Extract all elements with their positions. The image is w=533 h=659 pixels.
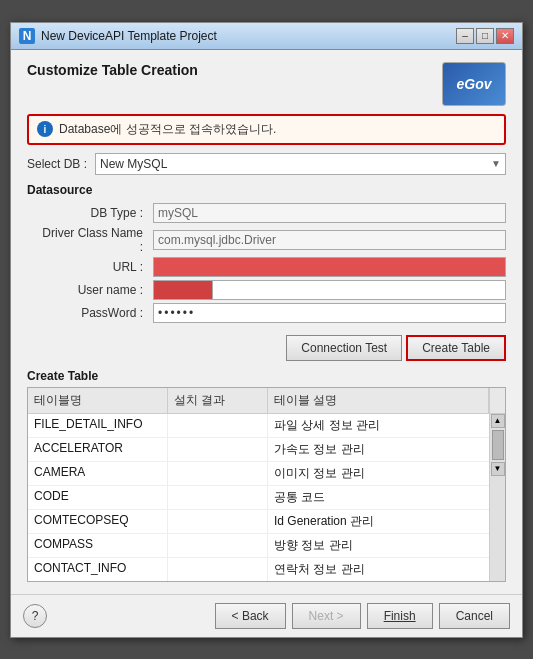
create-table-button[interactable]: Create Table — [406, 335, 506, 361]
select-db-dropdown[interactable]: New MySQL ▼ — [95, 153, 506, 175]
table-cell-desc: Id Generation 관리 — [268, 510, 489, 533]
scroll-up-button[interactable]: ▲ — [491, 414, 505, 428]
main-window: N New DeviceAPI Template Project – □ ✕ C… — [10, 22, 523, 638]
table-row[interactable]: CAMERA 이미지 정보 관리 — [28, 462, 489, 486]
window-icon: N — [19, 28, 35, 44]
table-cell-result — [168, 510, 268, 533]
table-cell-name: CONTACT_INFO — [28, 558, 168, 581]
table-cell-name: COMTECOPSEQ — [28, 510, 168, 533]
password-row — [153, 303, 506, 323]
datasource-section: Datasource DB Type : Driver Class Name :… — [27, 183, 506, 323]
content-area: Customize Table Creation eGov i Database… — [11, 50, 522, 594]
url-row — [153, 257, 506, 277]
table-cell-desc: 방향 정보 관리 — [268, 534, 489, 557]
table-row[interactable]: COMTECOPSEQ Id Generation 관리 — [28, 510, 489, 534]
select-db-label: Select DB : — [27, 157, 87, 171]
select-db-row: Select DB : New MySQL ▼ — [27, 153, 506, 175]
table-row[interactable]: ACCELERATOR 가속도 정보 관리 — [28, 438, 489, 462]
info-banner: i Database에 성공적으로 접속하였습니다. — [27, 114, 506, 145]
maximize-button[interactable]: □ — [476, 28, 494, 44]
create-table-section: Create Table 테이블명 설치 결과 테이블 설명 FILE_DETA… — [27, 369, 506, 582]
table-cell-name: FILE_DETAIL_INFO — [28, 414, 168, 437]
connection-test-button[interactable]: Connection Test — [286, 335, 402, 361]
finish-button[interactable]: Finish — [367, 603, 433, 629]
table-cell-result — [168, 486, 268, 509]
scroll-thumb[interactable] — [492, 430, 504, 460]
select-db-value: New MySQL — [100, 157, 167, 171]
table-cell-result — [168, 414, 268, 437]
driver-row — [153, 230, 506, 250]
header-row: Customize Table Creation eGov — [27, 62, 506, 106]
db-type-row — [153, 203, 506, 223]
table-cell-result — [168, 534, 268, 557]
page-title: Customize Table Creation — [27, 62, 198, 78]
cancel-button[interactable]: Cancel — [439, 603, 510, 629]
table-cell-result — [168, 438, 268, 461]
username-input[interactable] — [153, 280, 213, 300]
create-table-title: Create Table — [27, 369, 506, 383]
table-cell-result — [168, 462, 268, 485]
table-cell-name: CODE — [28, 486, 168, 509]
scroll-down-button[interactable]: ▼ — [491, 462, 505, 476]
password-label: PassWord : — [37, 306, 147, 320]
minimize-button[interactable]: – — [456, 28, 474, 44]
table-row[interactable]: CONTACT_INFO 연락처 정보 관리 — [28, 558, 489, 581]
chevron-down-icon: ▼ — [491, 158, 501, 169]
info-icon: i — [37, 121, 53, 137]
create-table-container: 테이블명 설치 결과 테이블 설명 FILE_DETAIL_INFO 파일 상세… — [27, 387, 506, 582]
title-buttons: – □ ✕ — [456, 28, 514, 44]
title-bar: N New DeviceAPI Template Project – □ ✕ — [11, 23, 522, 50]
table-cell-name: CAMERA — [28, 462, 168, 485]
window-title: New DeviceAPI Template Project — [41, 29, 450, 43]
url-input[interactable] — [153, 257, 506, 277]
password-input[interactable] — [153, 303, 506, 323]
col-header-name: 테이블명 — [28, 388, 168, 413]
datasource-label: Datasource — [27, 183, 506, 197]
datasource-form: DB Type : Driver Class Name : URL : User… — [37, 203, 506, 323]
table-rows: FILE_DETAIL_INFO 파일 상세 정보 관리 ACCELERATOR… — [28, 414, 489, 581]
back-button[interactable]: < Back — [215, 603, 286, 629]
url-label: URL : — [37, 260, 147, 274]
close-button[interactable]: ✕ — [496, 28, 514, 44]
footer: ? < Back Next > Finish Cancel — [11, 594, 522, 637]
table-header: 테이블명 설치 결과 테이블 설명 — [28, 388, 505, 414]
table-cell-desc: 연락처 정보 관리 — [268, 558, 489, 581]
info-message: Database에 성공적으로 접속하였습니다. — [59, 121, 276, 138]
username-label: User name : — [37, 283, 147, 297]
driver-label: Driver Class Name : — [37, 226, 147, 254]
col-header-result: 설치 결과 — [168, 388, 268, 413]
col-header-desc: 테이블 설명 — [268, 388, 489, 413]
table-cell-desc: 파일 상세 정보 관리 — [268, 414, 489, 437]
next-button[interactable]: Next > — [292, 603, 361, 629]
db-type-input[interactable] — [153, 203, 506, 223]
table-cell-name: COMPASS — [28, 534, 168, 557]
table-row[interactable]: COMPASS 방향 정보 관리 — [28, 534, 489, 558]
table-cell-result — [168, 558, 268, 581]
driver-input[interactable] — [153, 230, 506, 250]
help-button[interactable]: ? — [23, 604, 47, 628]
scrollbar[interactable]: ▲ ▼ — [489, 414, 505, 581]
table-row[interactable]: FILE_DETAIL_INFO 파일 상세 정보 관리 — [28, 414, 489, 438]
table-body: FILE_DETAIL_INFO 파일 상세 정보 관리 ACCELERATOR… — [28, 414, 505, 581]
action-buttons-row: Connection Test Create Table — [27, 335, 506, 361]
table-cell-name: ACCELERATOR — [28, 438, 168, 461]
table-cell-desc: 가속도 정보 관리 — [268, 438, 489, 461]
db-type-label: DB Type : — [37, 206, 147, 220]
egov-logo: eGov — [442, 62, 506, 106]
username-row — [153, 280, 506, 300]
table-row[interactable]: CODE 공통 코드 — [28, 486, 489, 510]
table-cell-desc: 이미지 정보 관리 — [268, 462, 489, 485]
table-cell-desc: 공통 코드 — [268, 486, 489, 509]
footer-buttons: < Back Next > Finish Cancel — [215, 603, 510, 629]
